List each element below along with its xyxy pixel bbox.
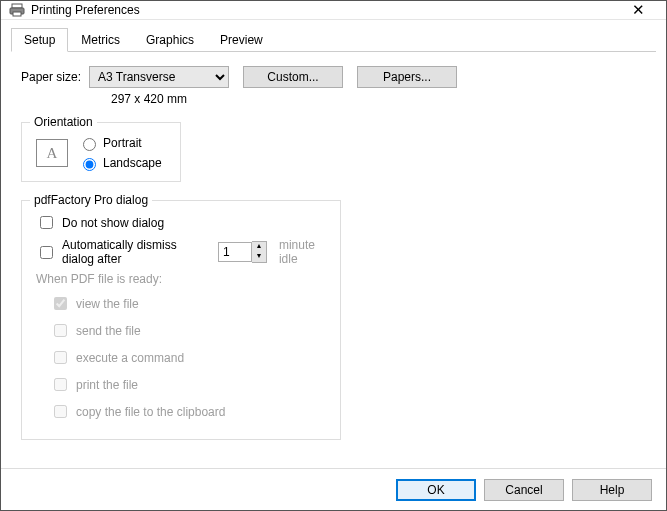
svg-rect-0 [12, 4, 22, 8]
copy-clipboard-label: copy the file to the clipboard [76, 405, 225, 419]
tab-metrics[interactable]: Metrics [68, 28, 133, 52]
help-button[interactable]: Help [572, 479, 652, 501]
view-file-checkbox [54, 297, 67, 310]
page-icon: A [36, 139, 68, 167]
svg-rect-2 [13, 12, 21, 16]
portrait-radio-label[interactable]: Portrait [78, 135, 162, 151]
minutes-spinner[interactable]: ▲ ▼ [218, 241, 267, 263]
titlebar: Printing Preferences ✕ [1, 1, 666, 20]
ok-button[interactable]: OK [396, 479, 476, 501]
landscape-text: Landscape [103, 156, 162, 170]
orientation-legend: Orientation [30, 115, 97, 129]
window-title: Printing Preferences [31, 3, 618, 17]
paper-size-row: Paper size: A3 Transverse Custom... Pape… [21, 66, 646, 88]
paper-size-label: Paper size: [21, 70, 89, 84]
view-file-label: view the file [76, 297, 139, 311]
spin-up-icon[interactable]: ▲ [252, 242, 266, 252]
cancel-button[interactable]: Cancel [484, 479, 564, 501]
papers-button[interactable]: Papers... [357, 66, 457, 88]
copy-clipboard-checkbox [54, 405, 67, 418]
auto-dismiss-label: Automatically dismiss dialog after [62, 238, 206, 266]
do-not-show-checkbox[interactable] [40, 216, 53, 229]
custom-button[interactable]: Custom... [243, 66, 343, 88]
when-ready-label: When PDF file is ready: [36, 272, 326, 286]
landscape-radio-label[interactable]: Landscape [78, 155, 162, 171]
portrait-text: Portrait [103, 136, 142, 150]
pdf-legend: pdfFactory Pro dialog [30, 193, 152, 207]
tab-strip: Setup Metrics Graphics Preview [1, 20, 666, 52]
dialog-footer: OK Cancel Help [1, 468, 666, 511]
pdf-dialog-group: pdfFactory Pro dialog Do not show dialog… [21, 200, 341, 440]
printer-icon [9, 2, 25, 18]
landscape-radio[interactable] [83, 158, 96, 171]
orientation-group: Orientation A Portrait Landscape [21, 122, 181, 182]
portrait-radio[interactable] [83, 138, 96, 151]
tab-setup[interactable]: Setup [11, 28, 68, 52]
tab-graphics[interactable]: Graphics [133, 28, 207, 52]
send-file-checkbox [54, 324, 67, 337]
setup-panel: Paper size: A3 Transverse Custom... Pape… [1, 52, 666, 468]
tab-preview[interactable]: Preview [207, 28, 276, 52]
print-file-checkbox [54, 378, 67, 391]
printing-preferences-window: Printing Preferences ✕ Setup Metrics Gra… [0, 0, 667, 511]
send-file-label: send the file [76, 324, 141, 338]
minutes-input[interactable] [218, 242, 252, 262]
execute-checkbox [54, 351, 67, 364]
print-file-label: print the file [76, 378, 138, 392]
auto-dismiss-checkbox[interactable] [40, 246, 53, 259]
do-not-show-label: Do not show dialog [62, 216, 164, 230]
paper-dimensions: 297 x 420 mm [111, 92, 646, 106]
spin-down-icon[interactable]: ▼ [252, 252, 266, 262]
minute-idle-label: minute idle [279, 238, 326, 266]
execute-label: execute a command [76, 351, 184, 365]
close-button[interactable]: ✕ [618, 1, 658, 19]
paper-size-select[interactable]: A3 Transverse [89, 66, 229, 88]
